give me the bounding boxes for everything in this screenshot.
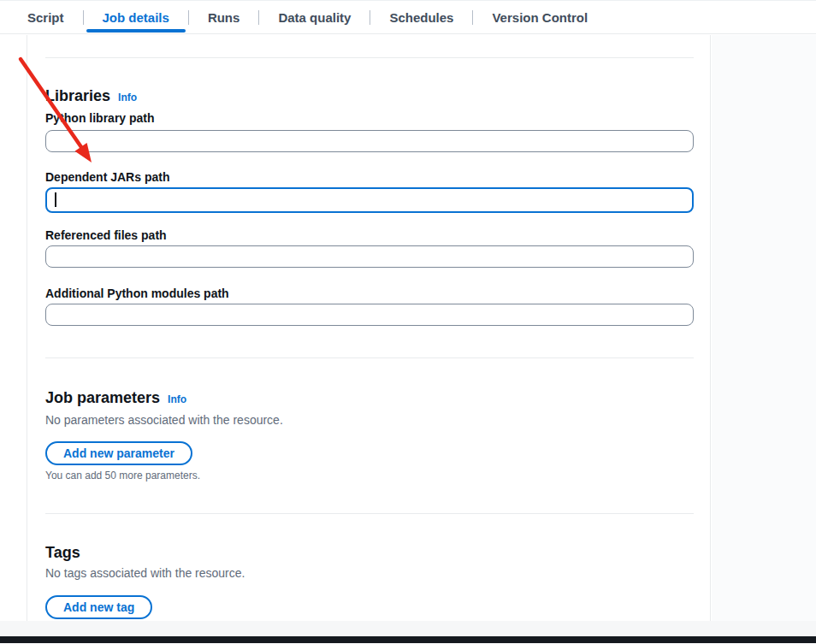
tab-script[interactable]: Script xyxy=(9,1,83,33)
add-new-parameter-button[interactable]: Add new parameter xyxy=(45,441,192,465)
additional-python-modules-path-label: Additional Python modules path xyxy=(45,286,229,301)
additional-python-modules-path-input[interactable] xyxy=(45,304,694,326)
text-cursor xyxy=(55,192,56,207)
job-parameters-info-link[interactable]: Info xyxy=(168,393,186,405)
python-library-path-label: Python library path xyxy=(45,110,155,126)
tab-job-details[interactable]: Job details xyxy=(84,1,188,33)
bottom-page-strip xyxy=(0,621,816,636)
dependent-jars-path-input[interactable] xyxy=(45,187,694,213)
right-page-gutter xyxy=(712,35,816,621)
dependent-jars-path-label: Dependent JARs path xyxy=(45,169,169,185)
section-divider xyxy=(45,357,694,358)
tab-version-control[interactable]: Version Control xyxy=(473,1,606,33)
tab-bar: Script Job details Runs Data quality Sch… xyxy=(0,0,816,34)
tab-runs[interactable]: Runs xyxy=(189,1,259,33)
job-parameters-empty-text: No parameters associated with the resour… xyxy=(45,412,283,428)
python-library-path-input[interactable] xyxy=(45,130,694,152)
tags-empty-text: No tags associated with the resource. xyxy=(45,565,245,581)
libraries-title: Libraries xyxy=(45,87,110,104)
referenced-files-path-label: Referenced files path xyxy=(45,227,167,243)
tab-schedules[interactable]: Schedules xyxy=(370,1,472,33)
libraries-heading: Libraries Info xyxy=(45,87,137,104)
tags-title: Tags xyxy=(45,544,80,561)
tags-heading: Tags xyxy=(45,544,80,561)
job-parameters-heading: Job parameters Info xyxy=(45,389,186,406)
job-parameters-title: Job parameters xyxy=(45,389,160,406)
bottom-black-bar xyxy=(0,636,816,643)
section-divider xyxy=(45,57,694,58)
job-details-panel: Libraries Info Python library path Depen… xyxy=(27,35,711,621)
add-new-tag-button[interactable]: Add new tag xyxy=(45,595,152,619)
parameters-limit-text: You can add 50 more parameters. xyxy=(45,470,200,482)
tab-data-quality[interactable]: Data quality xyxy=(259,1,370,33)
referenced-files-path-input[interactable] xyxy=(45,245,694,268)
section-divider xyxy=(45,513,694,514)
libraries-info-link[interactable]: Info xyxy=(118,92,137,103)
